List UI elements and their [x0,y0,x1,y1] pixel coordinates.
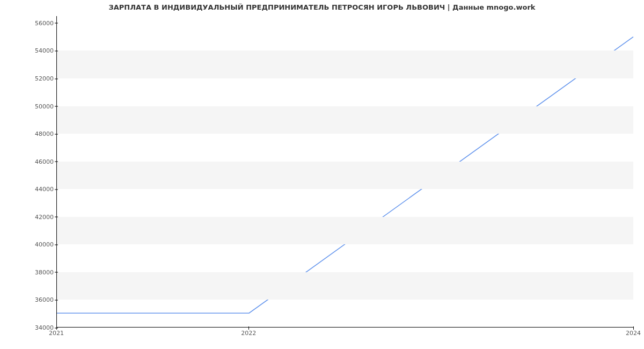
y-tick-label: 54000 [5,47,54,54]
grid-band [57,50,633,78]
plot-area [56,16,633,328]
y-tick-label: 46000 [5,158,54,165]
grid-band [57,272,633,300]
y-tick-label: 56000 [5,19,54,26]
y-tick-label: 44000 [5,186,54,193]
y-tick-label: 36000 [5,296,54,303]
x-tick-label: 2024 [626,330,641,337]
grid-band [57,217,633,245]
y-tick-label: 42000 [5,213,54,220]
x-tick-label: 2021 [49,330,64,337]
y-tick-label: 38000 [5,268,54,275]
y-tick-label: 52000 [5,75,54,82]
grid-band [57,162,633,190]
y-tick-label: 48000 [5,130,54,137]
chart-title: ЗАРПЛАТА В ИНДИВИДУАЛЬНЫЙ ПРЕДПРИНИМАТЕЛ… [0,3,644,11]
grid-band [57,106,633,134]
chart-container: ЗАРПЛАТА В ИНДИВИДУАЛЬНЫЙ ПРЕДПРИНИМАТЕЛ… [0,0,644,349]
y-tick-label: 40000 [5,241,54,248]
y-tick-label: 50000 [5,103,54,110]
x-tick-label: 2022 [241,330,256,337]
y-tick-label: 34000 [5,324,54,331]
